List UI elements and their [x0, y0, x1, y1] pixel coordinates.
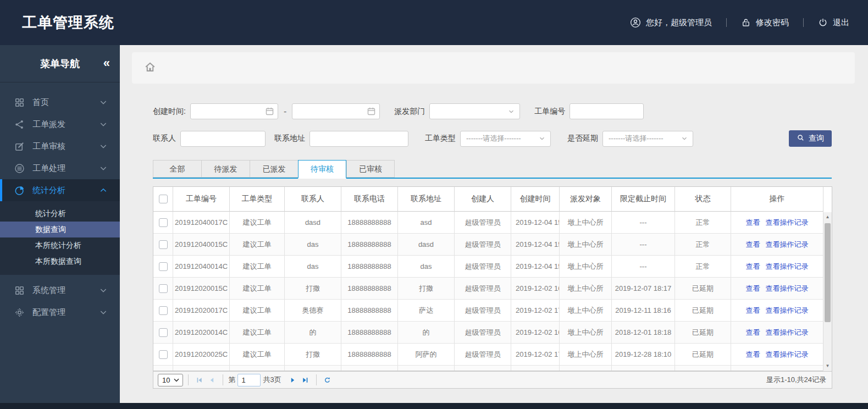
row-checkbox[interactable] [159, 350, 168, 359]
chevron-down-icon [99, 142, 108, 151]
last-page-button[interactable] [299, 374, 311, 386]
scrollbar-thumb[interactable] [825, 223, 831, 322]
tab-all[interactable]: 全部 [153, 160, 201, 178]
app-root: 工单管理系统 您好，超级管理员 修改密码 退出 [0, 0, 868, 409]
cell-target: 墩上中心所 [560, 212, 612, 233]
scroll-up-icon[interactable]: ▲ [823, 213, 832, 221]
view-link[interactable]: 查看 [746, 218, 760, 228]
logout-link[interactable]: 退出 [818, 18, 849, 28]
chevron-down-icon [173, 376, 180, 384]
cell-target: 墩上中心所 [560, 278, 612, 299]
sidebar-item-home[interactable]: 首页 [0, 91, 120, 113]
scroll-down-icon[interactable]: ▼ [823, 362, 832, 370]
view-log-link[interactable]: 查看操作记录 [766, 328, 809, 338]
cell-type [230, 366, 285, 371]
tab-pending-dispatch[interactable]: 待派发 [201, 160, 250, 178]
first-page-button[interactable] [193, 374, 206, 386]
tab-dispatched[interactable]: 已派发 [250, 160, 298, 178]
header-checkbox-cell [153, 187, 173, 212]
filter-row-1: 创建时间: - 派发部门 [153, 103, 832, 119]
view-link[interactable]: 查看 [746, 262, 760, 272]
search-icon [797, 134, 805, 143]
tab-reviewed[interactable]: 已审核 [346, 160, 395, 178]
sidebar-item-label: 配置管理 [32, 307, 99, 318]
cell-creator: 超级管理员 [455, 344, 511, 365]
page-number-input[interactable]: 1 [237, 374, 261, 386]
next-page-button[interactable] [287, 374, 299, 386]
column-header-contact: 联系人 [285, 187, 341, 212]
delay-placeholder: -------请选择------- [609, 134, 664, 143]
row-checkbox[interactable] [159, 240, 168, 249]
cell-target: 墩上中心所 [560, 300, 612, 321]
sidebar-item-stats[interactable]: 统计分析 [0, 179, 120, 201]
sidebar-item-dispatch[interactable]: 工单派发 [0, 113, 120, 135]
view-link[interactable]: 查看 [746, 240, 760, 250]
sidebar-item-config[interactable]: 配置管理 [0, 301, 120, 323]
calendar-icon [367, 107, 376, 118]
cell-target [560, 366, 612, 371]
order-type-select[interactable]: -------请选择------- [460, 131, 551, 147]
view-link[interactable]: 查看 [746, 284, 760, 294]
view-log-link[interactable]: 查看操作记录 [766, 306, 809, 316]
cell-ops: 查看查看操作记录 [731, 322, 823, 343]
cell-order_no: 201912020017C [173, 300, 230, 321]
page-size-select[interactable]: 10 [158, 374, 183, 386]
view-log-link[interactable]: 查看操作记录 [766, 240, 809, 250]
search-button[interactable]: 查询 [789, 130, 832, 147]
tab-pending-review[interactable]: 待审核 [298, 160, 346, 179]
view-log-link[interactable]: 查看操作记录 [766, 262, 809, 272]
change-password-link[interactable]: 修改密码 [741, 18, 789, 28]
cell-created: 2019-12-04 15: [511, 234, 560, 255]
submenu-item-office-stats[interactable]: 本所统计分析 [0, 237, 120, 253]
header-actions: 您好，超级管理员 修改密码 退出 [630, 17, 849, 28]
cell-type: 建议工单 [230, 256, 285, 277]
view-link[interactable]: 查看 [746, 350, 760, 360]
row-checkbox[interactable] [159, 262, 168, 271]
cell-contact: 打撒 [285, 278, 341, 299]
sidebar-item-system[interactable]: 系统管理 [0, 279, 120, 301]
view-link[interactable]: 查看 [746, 328, 760, 338]
sidebar-item-review[interactable]: 工单审核 [0, 135, 120, 157]
home-icon[interactable] [144, 61, 156, 75]
submenu-item-stats-analysis[interactable]: 统计分析 [0, 206, 120, 222]
cell-deadline: --- [612, 212, 675, 233]
row-checkbox[interactable] [159, 306, 168, 315]
row-checkbox[interactable] [159, 284, 168, 293]
view-link[interactable]: 查看 [746, 306, 760, 316]
submenu-item-data-query[interactable]: 数据查询 [0, 222, 120, 237]
cell-target: 墩上中心所 [560, 256, 612, 277]
cell-address [398, 366, 455, 371]
submenu-item-office-data-query[interactable]: 本所数据查询 [0, 253, 120, 269]
pagination-bar: 10 第 1 共3页 [153, 372, 832, 389]
delay-select[interactable]: -------请选择------- [602, 131, 693, 147]
chevron-down-icon [99, 286, 108, 295]
create-time-start-input[interactable] [190, 103, 278, 119]
total-pages: 共3页 [263, 375, 281, 385]
address-input[interactable] [309, 131, 408, 147]
prev-page-button[interactable] [206, 374, 218, 386]
create-time-end-input[interactable] [292, 103, 380, 119]
row-checkbox[interactable] [159, 328, 168, 337]
collapse-sidebar-button[interactable]: « [103, 56, 109, 70]
view-log-link[interactable]: 查看操作记录 [766, 284, 809, 294]
sidebar-item-label: 工单审核 [32, 141, 99, 152]
checkbox-cell [153, 234, 173, 255]
row-checkbox[interactable] [159, 218, 168, 227]
select-all-checkbox[interactable] [159, 195, 168, 203]
view-log-link[interactable]: 查看操作记录 [766, 350, 809, 360]
table-scrollbar[interactable]: ▲ ▼ [823, 212, 832, 371]
order-no-input[interactable] [570, 103, 644, 119]
refresh-icon[interactable] [322, 374, 334, 386]
cell-phone [341, 366, 398, 371]
power-icon [818, 18, 828, 27]
dispatch-dept-select[interactable] [429, 103, 520, 119]
sidebar-item-process[interactable]: 工单处理 [0, 157, 120, 179]
view-log-link[interactable]: 查看操作记录 [766, 218, 809, 228]
cell-contact: das [285, 256, 341, 277]
column-header-order_no: 工单编号 [173, 187, 230, 212]
cell-created: 2019-12-04 15: [511, 256, 560, 277]
order-type-label: 工单类型 [425, 134, 456, 143]
divider [803, 18, 804, 27]
contact-input[interactable] [180, 131, 266, 147]
column-header-creator: 创建人 [455, 187, 511, 212]
